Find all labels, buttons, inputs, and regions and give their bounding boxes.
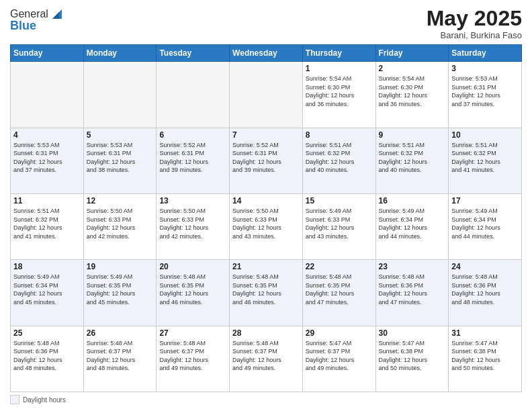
calendar-cell: 25Sunrise: 5:48 AM Sunset: 6:36 PM Dayli… [11, 326, 84, 392]
day-info: Sunrise: 5:52 AM Sunset: 6:31 PM Dayligh… [159, 141, 226, 175]
day-info: Sunrise: 5:49 AM Sunset: 6:35 PM Dayligh… [87, 273, 154, 306]
calendar-cell: 12Sunrise: 5:50 AM Sunset: 6:33 PM Dayli… [83, 193, 157, 259]
calendar-cell: 23Sunrise: 5:48 AM Sunset: 6:36 PM Dayli… [375, 260, 449, 326]
calendar-cell: 15Sunrise: 5:49 AM Sunset: 6:33 PM Dayli… [302, 193, 375, 259]
calendar-cell: 13Sunrise: 5:50 AM Sunset: 6:33 PM Dayli… [157, 193, 230, 259]
day-info: Sunrise: 5:48 AM Sunset: 6:35 PM Dayligh… [159, 273, 226, 306]
calendar-cell: 10Sunrise: 5:51 AM Sunset: 6:32 PM Dayli… [449, 128, 522, 193]
day-number: 9 [379, 130, 446, 140]
day-info: Sunrise: 5:54 AM Sunset: 6:30 PM Dayligh… [306, 75, 373, 108]
calendar-cell: 27Sunrise: 5:48 AM Sunset: 6:37 PM Dayli… [157, 326, 230, 392]
day-number: 11 [13, 196, 81, 205]
location-subtitle: Barani, Burkina Faso [427, 30, 522, 40]
day-info: Sunrise: 5:48 AM Sunset: 6:37 PM Dayligh… [87, 339, 154, 373]
weekday-header-sunday: Sunday [11, 45, 84, 62]
day-info: Sunrise: 5:51 AM Sunset: 6:32 PM Dayligh… [451, 141, 519, 175]
calendar-week-5: 25Sunrise: 5:48 AM Sunset: 6:36 PM Dayli… [11, 326, 522, 392]
day-info: Sunrise: 5:47 AM Sunset: 6:38 PM Dayligh… [379, 339, 446, 373]
day-number: 10 [451, 130, 519, 140]
day-info: Sunrise: 5:48 AM Sunset: 6:36 PM Dayligh… [379, 273, 446, 306]
calendar-week-1: 1Sunrise: 5:54 AM Sunset: 6:30 PM Daylig… [11, 62, 522, 128]
day-number: 12 [87, 196, 154, 205]
calendar-cell [157, 62, 230, 128]
title-block: May 2025 Barani, Burkina Faso [427, 7, 522, 40]
calendar-cell: 9Sunrise: 5:51 AM Sunset: 6:32 PM Daylig… [375, 128, 449, 193]
calendar-cell: 20Sunrise: 5:48 AM Sunset: 6:35 PM Dayli… [157, 260, 230, 326]
calendar-week-2: 4Sunrise: 5:53 AM Sunset: 6:31 PM Daylig… [11, 128, 522, 193]
day-number: 31 [451, 328, 519, 338]
weekday-header-wednesday: Wednesday [230, 45, 303, 62]
calendar-week-4: 18Sunrise: 5:49 AM Sunset: 6:34 PM Dayli… [11, 260, 522, 326]
day-number: 18 [13, 262, 81, 271]
day-number: 6 [159, 130, 226, 140]
day-info: Sunrise: 5:48 AM Sunset: 6:37 PM Dayligh… [232, 339, 300, 373]
calendar-header-row: SundayMondayTuesdayWednesdayThursdayFrid… [11, 45, 522, 62]
day-number: 30 [379, 328, 446, 338]
day-info: Sunrise: 5:50 AM Sunset: 6:33 PM Dayligh… [159, 207, 226, 240]
day-number: 26 [87, 328, 154, 338]
daylight-box-icon [10, 395, 19, 404]
day-number: 21 [232, 262, 300, 271]
calendar-cell: 28Sunrise: 5:48 AM Sunset: 6:37 PM Dayli… [230, 326, 303, 392]
day-info: Sunrise: 5:48 AM Sunset: 6:35 PM Dayligh… [306, 273, 373, 306]
calendar-cell: 6Sunrise: 5:52 AM Sunset: 6:31 PM Daylig… [157, 128, 230, 193]
calendar-cell: 19Sunrise: 5:49 AM Sunset: 6:35 PM Dayli… [83, 260, 157, 326]
day-number: 25 [13, 328, 81, 338]
day-info: Sunrise: 5:47 AM Sunset: 6:37 PM Dayligh… [306, 339, 373, 373]
day-info: Sunrise: 5:51 AM Sunset: 6:32 PM Dayligh… [306, 141, 373, 175]
day-number: 16 [379, 196, 446, 205]
day-info: Sunrise: 5:47 AM Sunset: 6:38 PM Dayligh… [451, 339, 519, 373]
day-number: 2 [379, 64, 446, 73]
day-number: 19 [87, 262, 154, 271]
day-info: Sunrise: 5:52 AM Sunset: 6:31 PM Dayligh… [232, 141, 300, 175]
calendar-cell: 24Sunrise: 5:48 AM Sunset: 6:36 PM Dayli… [449, 260, 522, 326]
calendar-week-3: 11Sunrise: 5:51 AM Sunset: 6:32 PM Dayli… [11, 193, 522, 259]
calendar-cell [230, 62, 303, 128]
day-number: 20 [159, 262, 226, 271]
day-number: 23 [379, 262, 446, 271]
day-number: 1 [306, 64, 373, 73]
calendar-cell: 31Sunrise: 5:47 AM Sunset: 6:38 PM Dayli… [449, 326, 522, 392]
calendar-cell: 7Sunrise: 5:52 AM Sunset: 6:31 PM Daylig… [230, 128, 303, 193]
day-number: 5 [87, 130, 154, 140]
calendar-cell: 14Sunrise: 5:50 AM Sunset: 6:33 PM Dayli… [230, 193, 303, 259]
day-number: 22 [306, 262, 373, 271]
calendar-cell: 18Sunrise: 5:49 AM Sunset: 6:34 PM Dayli… [11, 260, 84, 326]
day-info: Sunrise: 5:53 AM Sunset: 6:31 PM Dayligh… [13, 141, 81, 175]
day-info: Sunrise: 5:54 AM Sunset: 6:30 PM Dayligh… [379, 75, 446, 108]
calendar-cell: 21Sunrise: 5:48 AM Sunset: 6:35 PM Dayli… [230, 260, 303, 326]
day-info: Sunrise: 5:48 AM Sunset: 6:36 PM Dayligh… [451, 273, 519, 306]
day-number: 14 [232, 196, 300, 205]
weekday-header-monday: Monday [83, 45, 157, 62]
calendar-cell: 29Sunrise: 5:47 AM Sunset: 6:37 PM Dayli… [302, 326, 375, 392]
calendar-cell: 22Sunrise: 5:48 AM Sunset: 6:35 PM Dayli… [302, 260, 375, 326]
calendar-cell: 3Sunrise: 5:53 AM Sunset: 6:31 PM Daylig… [449, 62, 522, 128]
calendar-cell: 26Sunrise: 5:48 AM Sunset: 6:37 PM Dayli… [83, 326, 157, 392]
day-info: Sunrise: 5:48 AM Sunset: 6:35 PM Dayligh… [232, 273, 300, 306]
day-number: 3 [451, 64, 519, 73]
footer: Daylight hours [10, 395, 522, 404]
weekday-header-tuesday: Tuesday [157, 45, 230, 62]
header: General Blue May 2025 Barani, Burkina Fa… [10, 7, 522, 40]
calendar-cell: 11Sunrise: 5:51 AM Sunset: 6:32 PM Dayli… [11, 193, 84, 259]
day-info: Sunrise: 5:50 AM Sunset: 6:33 PM Dayligh… [87, 207, 154, 240]
day-number: 17 [451, 196, 519, 205]
calendar-cell: 8Sunrise: 5:51 AM Sunset: 6:32 PM Daylig… [302, 128, 375, 193]
svg-marker-1 [52, 12, 59, 19]
month-title: May 2025 [427, 7, 522, 30]
day-number: 27 [159, 328, 226, 338]
calendar-cell [83, 62, 157, 128]
page: General Blue May 2025 Barani, Burkina Fa… [0, 0, 532, 411]
calendar-cell: 1Sunrise: 5:54 AM Sunset: 6:30 PM Daylig… [302, 62, 375, 128]
day-info: Sunrise: 5:51 AM Sunset: 6:32 PM Dayligh… [379, 141, 446, 175]
day-number: 24 [451, 262, 519, 271]
calendar-table: SundayMondayTuesdayWednesdayThursdayFrid… [10, 44, 522, 392]
day-number: 15 [306, 196, 373, 205]
daylight-label: Daylight hours [23, 396, 66, 404]
calendar-cell: 16Sunrise: 5:49 AM Sunset: 6:34 PM Dayli… [375, 193, 449, 259]
calendar-cell: 2Sunrise: 5:54 AM Sunset: 6:30 PM Daylig… [375, 62, 449, 128]
calendar-cell: 4Sunrise: 5:53 AM Sunset: 6:31 PM Daylig… [11, 128, 84, 193]
day-number: 29 [306, 328, 373, 338]
day-info: Sunrise: 5:48 AM Sunset: 6:36 PM Dayligh… [13, 339, 81, 373]
day-number: 8 [306, 130, 373, 140]
